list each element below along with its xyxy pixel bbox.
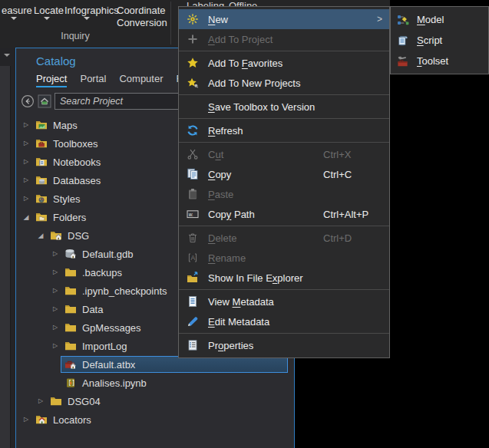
tree-item-content: DSG04 [46,393,288,410]
tree-item-content: []Analises.ipynb [61,374,288,391]
expander-collapsed-icon[interactable]: ▷ [35,392,46,410]
menu-item-edit-metadata[interactable]: Edit Metadata [179,311,389,331]
menu-item-add-to-new-projects[interactable]: Add To New Projects [179,73,389,93]
delete-icon [187,232,199,244]
model-icon [397,14,409,26]
menu-item-label: Copy Path [208,209,255,220]
tree-item-content: Locators [31,411,288,428]
expander-collapsed-icon[interactable]: ▷ [21,189,31,208]
tree-item-label: Folders [53,212,86,223]
tree-item-label: Maps [53,120,78,131]
tree-item-label: DSG04 [68,396,101,407]
svg-text:w.: w. [189,212,193,217]
star-pin-icon [187,77,199,89]
star-icon [187,57,199,69]
menu-item-label: Edit Metadata [208,316,269,328]
edit-metadata-icon [187,315,199,328]
menu-separator [179,333,389,334]
tab-computer[interactable]: Computer [119,73,163,87]
expander-collapsed-icon[interactable]: ▷ [21,134,31,153]
menu-item-new[interactable]: New> [179,9,389,29]
menu-item-copy[interactable]: CopyCtrl+C [179,164,389,184]
expander-collapsed-icon[interactable]: ▷ [50,245,61,263]
folder-icon [64,303,78,315]
menu-item-add-to-favorites[interactable]: Add To Favorites [179,53,389,73]
submenu-item-toolset[interactable]: Toolset [391,51,488,71]
menu-separator [179,142,389,143]
svg-text:A: A [191,254,196,262]
menu-item-label: Paste [208,189,233,200]
folder-home-icon [49,229,63,242]
menu-separator [179,94,389,95]
tree-item-label: Toolboxes [53,138,98,150]
menu-item-label: Rename [208,252,246,264]
expander-collapsed-icon[interactable]: ▷ [21,153,31,171]
collapsed-pane-edge[interactable] [0,66,11,448]
menu-item-show-in-file-explorer[interactable]: Show In File Explorer [179,268,389,288]
ribbon-button-easure[interactable]: easure [2,5,32,16]
expander-collapsed-icon[interactable]: ▷ [21,116,31,134]
submenu-item-model[interactable]: Model [391,9,488,30]
copy-icon [187,168,199,180]
paste-icon [187,188,199,200]
menu-item-save-toolbox-to-version[interactable]: Save Toolbox to Version [179,97,389,117]
project-home-icon[interactable] [38,94,51,108]
arcgis-pro-window: { "colors": { "background": "#252526", "… [0,0,489,448]
tree-item-analises-ipynb[interactable]: []Analises.ipynb [16,374,294,392]
chevron-down-icon [44,17,50,20]
submenu-item-script[interactable]: Script [391,30,488,51]
menu-item-copy-path[interactable]: w.Copy PathCtrl+Alt+P [179,204,389,224]
ribbon-button-infographics[interactable]: Infographics [64,5,119,16]
tree-item-label: Default.gdb [82,249,134,260]
folder-connection-icon [35,211,48,223]
menu-separator [179,289,389,290]
tree-item-label: ImportLog [82,341,127,352]
folder-icon [64,266,78,278]
expander-expanded-icon[interactable]: ◢ [35,226,46,245]
expander-collapsed-icon[interactable]: ▷ [21,410,31,429]
submenu-item-label: Toolset [417,55,448,67]
submenu-arrow-icon: > [377,14,382,25]
tree-item-label: Styles [53,193,80,205]
add-plus-icon [187,33,199,45]
expander-expanded-icon[interactable]: ◢ [21,208,31,226]
menu-item-label: Save Toolbox to Version [208,101,315,113]
svg-text:]: ] [71,380,75,387]
tree-item-locators[interactable]: ▷Locators [16,410,294,429]
expander-collapsed-icon[interactable]: ▷ [50,300,61,318]
menu-item-shortcut: Ctrl+D [323,232,352,244]
submenu-item-label: Model [417,14,444,25]
folder-icon [64,285,78,297]
menu-item-label: Delete [208,232,237,244]
menu-item-refresh[interactable]: Refresh [179,120,389,140]
menu-item-delete: DeleteCtrl+D [179,228,389,248]
tab-project[interactable]: Project [36,73,67,87]
menu-item-view-metadata[interactable]: View Metadata [179,292,389,311]
tree-item-dsg04[interactable]: ▷DSG04 [16,392,294,410]
menu-item-properties[interactable]: Properties [179,335,389,355]
expander-collapsed-icon[interactable]: ▷ [50,318,61,337]
back-arrow-icon[interactable] [21,94,35,108]
tree-item-label: Locators [53,414,91,426]
collapsed-pane-strip [0,48,15,448]
expander-collapsed-icon[interactable]: ▷ [50,263,61,282]
menu-item-shortcut: Ctrl+X [323,149,351,160]
ribbon-button-coordinate-conversion[interactable]: Coordinate Conversion [117,5,164,28]
tree-item-label: Data [82,304,103,315]
tree-item-label: .ipynb_checkpoints [82,285,167,297]
expander-collapsed-icon[interactable]: ▷ [50,337,61,355]
menu-item-cut: CutCtrl+X [179,144,389,164]
ribbon-group-divider [170,2,171,44]
folder-styles-icon [35,193,48,205]
folder-icon [49,395,63,407]
ribbon-button-locate[interactable]: Locate [34,5,64,16]
geodatabase-home-icon [64,248,78,260]
tree-item-label: .backups [82,267,122,278]
chevron-down-icon[interactable] [4,54,10,57]
tab-portal[interactable]: Portal [80,73,106,87]
expander-collapsed-icon[interactable]: ▷ [21,171,31,189]
script-icon [397,35,409,47]
expander-collapsed-icon[interactable]: ▷ [50,282,61,300]
folder-explorer-icon [187,272,199,284]
menu-separator [179,51,389,51]
